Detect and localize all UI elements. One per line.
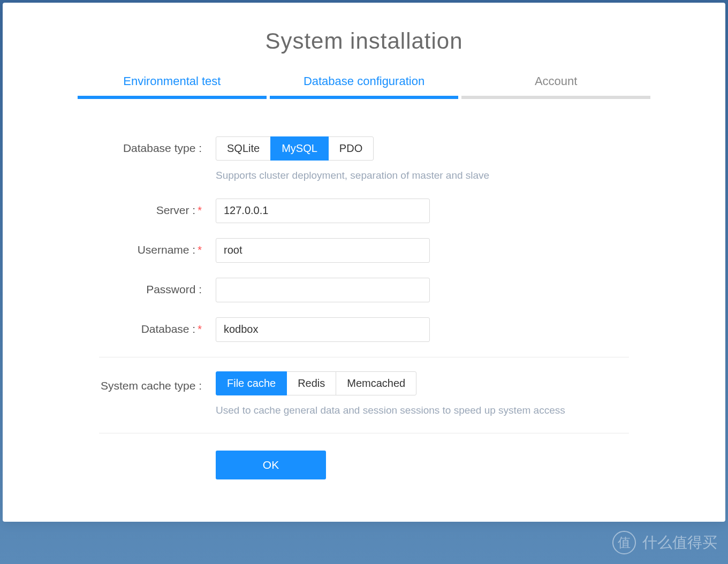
- row-database: Database :*: [99, 317, 629, 342]
- watermark: 值 什么值得买: [612, 531, 717, 554]
- db-type-mysql[interactable]: MySQL: [270, 136, 329, 161]
- cache-type-file[interactable]: File cache: [216, 371, 287, 395]
- label-database: Database :*: [99, 317, 206, 336]
- username-input[interactable]: [216, 238, 430, 263]
- ok-button[interactable]: OK: [216, 451, 326, 479]
- row-username: Username :*: [99, 238, 629, 263]
- row-password: Password :: [99, 278, 629, 302]
- cache-type-group: File cache Redis Memcached: [216, 371, 416, 395]
- watermark-text: 什么值得买: [642, 532, 717, 553]
- required-icon: *: [198, 323, 202, 335]
- cache-type-redis[interactable]: Redis: [286, 371, 336, 395]
- row-database-type: Database type : SQLite MySQL PDO Support…: [99, 136, 629, 184]
- step-environmental-test[interactable]: Environmental test: [78, 74, 267, 99]
- cache-type-help: Used to cache general data and session s…: [216, 403, 629, 418]
- label-server: Server :*: [99, 199, 206, 217]
- required-icon: *: [198, 244, 202, 256]
- label-password: Password :: [99, 278, 206, 296]
- control-cache-type: File cache Redis Memcached Used to cache…: [216, 371, 629, 418]
- row-server: Server :*: [99, 199, 629, 223]
- config-form: Database type : SQLite MySQL PDO Support…: [99, 136, 629, 479]
- step-label: Account: [535, 74, 578, 88]
- step-tabs: Environmental test Database configuratio…: [78, 74, 650, 99]
- installer-panel: System installation Environmental test D…: [3, 3, 725, 522]
- step-label: Database configuration: [304, 74, 424, 88]
- form-divider: [99, 433, 629, 433]
- database-input[interactable]: [216, 317, 430, 342]
- db-type-sqlite[interactable]: SQLite: [216, 136, 271, 161]
- db-type-help: Supports cluster deployment, separation …: [216, 168, 629, 184]
- db-type-group: SQLite MySQL PDO: [216, 136, 374, 161]
- watermark-icon: 值: [612, 531, 636, 554]
- cache-type-memcached[interactable]: Memcached: [336, 371, 416, 395]
- password-input[interactable]: [216, 278, 430, 302]
- label-cache-type: System cache type :: [99, 371, 206, 395]
- form-divider: [99, 357, 629, 357]
- row-submit: OK: [99, 447, 629, 479]
- step-account[interactable]: Account: [461, 74, 650, 99]
- label-username: Username :*: [99, 238, 206, 256]
- step-label: Environmental test: [123, 74, 221, 88]
- required-icon: *: [198, 204, 202, 216]
- page-title: System installation: [3, 28, 725, 54]
- row-cache-type: System cache type : File cache Redis Mem…: [99, 371, 629, 418]
- control-database-type: SQLite MySQL PDO Supports cluster deploy…: [216, 136, 629, 184]
- server-input[interactable]: [216, 199, 430, 223]
- label-database-type: Database type :: [99, 136, 206, 155]
- db-type-pdo[interactable]: PDO: [328, 136, 374, 161]
- step-database-configuration[interactable]: Database configuration: [270, 74, 459, 99]
